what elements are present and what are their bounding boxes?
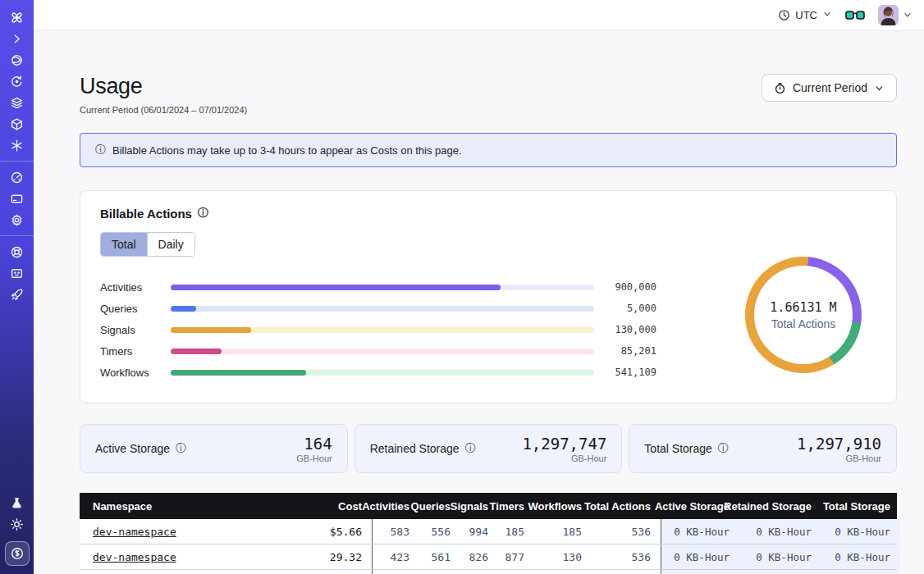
sidebar-divider bbox=[0, 161, 34, 162]
billable-card-title: Billable Actions bbox=[100, 207, 192, 221]
cell-active_storage: 0 KB-Hour bbox=[661, 544, 739, 569]
tab-daily[interactable]: Daily bbox=[147, 233, 194, 256]
bar-row: Queries5,000 bbox=[100, 298, 656, 319]
table-row: dev-namespace$5.665835569941851855360 KB… bbox=[80, 519, 897, 544]
info-icon[interactable]: ⓘ bbox=[718, 441, 729, 456]
storage-card-label: Retained Storage bbox=[370, 442, 460, 455]
total-storage-card: Total Storageⓘ 1,297,910 GB-Hour bbox=[629, 424, 897, 473]
page-subtitle: Current Period (06/01/2024 – 07/01/2024) bbox=[80, 105, 247, 115]
bar-row: Timers85,201 bbox=[100, 340, 656, 362]
table-body: dev-namespace$5.665835569941851855360 KB… bbox=[80, 519, 897, 574]
cell-signals: 826 bbox=[460, 544, 498, 569]
chevron-down-icon bbox=[874, 83, 885, 93]
storage-card-unit: GB-Hour bbox=[296, 453, 332, 463]
usage-gauge-icon[interactable] bbox=[6, 166, 29, 188]
cell-namespace: dev-namespace bbox=[80, 544, 309, 569]
info-icon[interactable]: ⓘ bbox=[198, 206, 208, 221]
cell-workflows: 600 bbox=[534, 570, 592, 574]
bar-value: 85,201 bbox=[594, 345, 656, 357]
cell-namespace: dev-namespace bbox=[80, 570, 309, 574]
cell-total_storage: 0 KB-Hour bbox=[821, 544, 900, 569]
cell-activities: 583 bbox=[372, 519, 419, 544]
cell-workflows: 185 bbox=[534, 519, 592, 544]
theme-sun-icon[interactable] bbox=[6, 513, 29, 535]
period-dropdown-button[interactable]: Current Period bbox=[762, 74, 897, 102]
avatar bbox=[878, 5, 899, 25]
asterisk-icon[interactable] bbox=[6, 134, 29, 156]
namespace-link[interactable]: dev-namespace bbox=[93, 526, 176, 538]
retained-storage-card: Retained Storageⓘ 1,297,747 GB-Hour bbox=[355, 424, 623, 473]
bar-row: Activities900,000 bbox=[100, 276, 656, 298]
cell-queries: 556 bbox=[419, 519, 460, 544]
storage-card-unit: GB-Hour bbox=[522, 453, 606, 463]
table-header-workflows: Workflows bbox=[534, 493, 592, 519]
table-row: dev-namespace$3.354925368838166001300 KB… bbox=[80, 570, 897, 574]
bar-fill bbox=[171, 285, 501, 290]
tab-total[interactable]: Total bbox=[101, 233, 147, 256]
namespace-link[interactable]: dev-namespace bbox=[93, 551, 176, 563]
bar-track bbox=[171, 348, 594, 354]
bar-track bbox=[171, 306, 594, 312]
table-row: dev-namespace29.324235618268771305360 KB… bbox=[80, 544, 897, 570]
table-header-total_actions: Total Actions bbox=[592, 493, 661, 519]
cell-signals: 883 bbox=[460, 570, 498, 574]
bar-value: 541,109 bbox=[594, 367, 656, 378]
namespace-usage-table: NamespaceCostActivitiesQueriesSignalsTim… bbox=[80, 493, 897, 574]
cell-timers: 877 bbox=[498, 544, 534, 569]
billing-card-icon[interactable] bbox=[6, 188, 29, 209]
bar-track bbox=[171, 370, 594, 376]
info-icon[interactable]: ⓘ bbox=[465, 441, 476, 456]
total-actions-donut: 1.66131 M Total Actions bbox=[745, 257, 862, 373]
billable-actions-card: Billable Actions ⓘ Total Daily Activitie… bbox=[80, 190, 897, 403]
cell-total_actions: 536 bbox=[592, 544, 661, 569]
content: Usage Current Period (06/01/2024 – 07/01… bbox=[34, 31, 924, 574]
bar-fill bbox=[171, 327, 251, 333]
storage-card-label: Active Storage bbox=[95, 442, 170, 455]
glasses-icon[interactable] bbox=[845, 10, 865, 21]
timezone-selector[interactable]: UTC bbox=[778, 9, 832, 21]
history-icon[interactable] bbox=[6, 71, 29, 92]
cell-activities: 492 bbox=[372, 570, 419, 574]
storage-card-value: 164 bbox=[296, 435, 332, 453]
timezone-label: UTC bbox=[795, 9, 817, 21]
info-banner: ⓘ Billable Actions may take up to 3-4 ho… bbox=[80, 133, 897, 167]
bar-value: 900,000 bbox=[594, 281, 656, 293]
active-storage-card: Active Storageⓘ 164 GB-Hour bbox=[80, 424, 348, 473]
collapse-chevron-icon[interactable] bbox=[6, 28, 29, 49]
cube-icon[interactable] bbox=[6, 113, 29, 134]
cell-total_storage: 0 KB-Hour bbox=[821, 519, 900, 544]
cell-namespace: dev-namespace bbox=[80, 519, 309, 544]
orbit-icon[interactable] bbox=[6, 49, 29, 71]
rocket-icon[interactable] bbox=[6, 284, 29, 305]
pricing-coin-button[interactable] bbox=[5, 541, 30, 566]
page-title: Usage bbox=[80, 74, 247, 99]
dollar-coin-icon bbox=[10, 546, 25, 561]
info-icon[interactable]: ⓘ bbox=[176, 441, 186, 456]
settings-gear-icon[interactable] bbox=[6, 209, 29, 230]
temporal-logo-icon[interactable] bbox=[6, 7, 29, 28]
bar-category-label: Signals bbox=[100, 324, 171, 336]
topbar: UTC bbox=[34, 0, 924, 31]
table-header-total_storage: Total Storage bbox=[821, 493, 900, 519]
docs-terminal-icon[interactable] bbox=[6, 262, 29, 284]
support-lifebuoy-icon[interactable] bbox=[6, 241, 29, 262]
bar-row: Workflows541,109 bbox=[100, 362, 656, 383]
stopwatch-icon bbox=[774, 82, 786, 94]
table-header-retained_storage: Retained Storage bbox=[739, 493, 821, 519]
cell-workflows: 130 bbox=[534, 544, 592, 569]
cell-active_storage: 0 KB-Hour bbox=[661, 570, 739, 574]
storage-card-label: Total Storage bbox=[644, 442, 712, 455]
cell-cost: $5.66 bbox=[309, 519, 372, 544]
period-button-label: Current Period bbox=[793, 81, 867, 94]
layers-icon[interactable] bbox=[6, 92, 29, 113]
bar-fill bbox=[171, 370, 306, 376]
sidebar bbox=[0, 0, 34, 574]
cell-queries: 561 bbox=[419, 544, 460, 569]
table-header-namespace: Namespace bbox=[80, 493, 309, 519]
donut-total-label: Total Actions bbox=[771, 317, 836, 330]
storage-summary-row: Active Storageⓘ 164 GB-Hour Retained Sto… bbox=[80, 424, 897, 473]
labs-flask-icon[interactable] bbox=[6, 492, 29, 513]
user-menu[interactable] bbox=[878, 5, 913, 25]
bar-category-label: Workflows bbox=[100, 367, 171, 379]
sidebar-divider bbox=[0, 235, 34, 236]
